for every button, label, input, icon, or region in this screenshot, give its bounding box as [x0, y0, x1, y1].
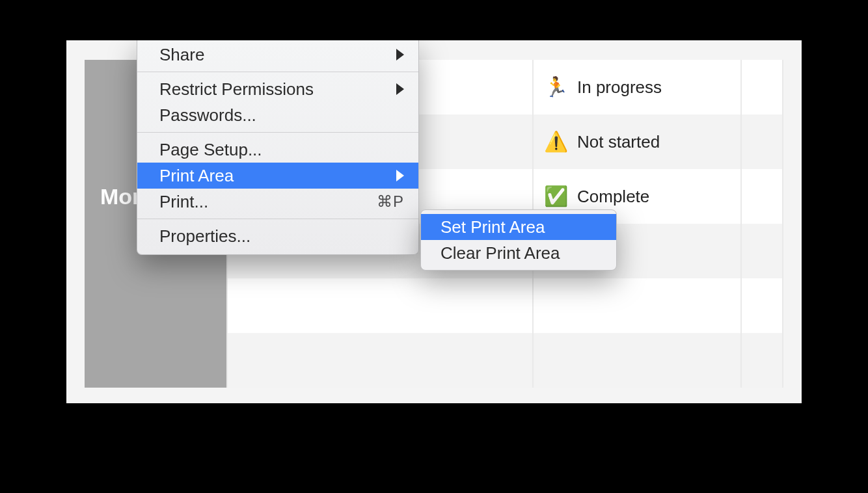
menu-label: Print Area [159, 166, 234, 186]
menu-separator [137, 219, 418, 219]
status-text: In progress [577, 77, 662, 98]
task-cell[interactable] [228, 333, 534, 388]
menu-label: Clear Print Area [441, 243, 560, 263]
table-row [85, 333, 783, 388]
status-cell[interactable] [534, 333, 742, 388]
menu-item-passwords[interactable]: Passwords... [137, 102, 418, 128]
menu-separator [137, 132, 418, 133]
task-cell[interactable] [228, 278, 534, 333]
check-icon: ✅ [544, 187, 568, 206]
status-cell[interactable] [534, 278, 742, 333]
keyboard-shortcut: ⌘P [377, 193, 404, 211]
print-area-submenu: Set Print Area Clear Print Area [420, 209, 617, 271]
submenu-arrow-icon [396, 170, 404, 181]
menu-label: Restrict Permissions [159, 79, 314, 100]
row-header [85, 333, 228, 388]
submenu-item-set-print-area[interactable]: Set Print Area [421, 214, 616, 240]
submenu-arrow-icon [396, 83, 404, 95]
menu-label: Passwords... [159, 105, 256, 126]
menu-label: Share [159, 45, 204, 65]
empty-cell[interactable] [742, 278, 783, 333]
empty-cell[interactable] [742, 224, 783, 278]
menu-separator [137, 72, 418, 72]
context-menu: Share Restrict Permissions Passwords... … [137, 40, 419, 255]
menu-item-share[interactable]: Share [137, 42, 418, 68]
runner-icon: 🏃 [544, 77, 568, 97]
menu-label: Properties... [159, 226, 251, 246]
screenshot-card: 🏃 In progress age ⚠️ Not started Mor ard [66, 40, 802, 403]
menu-item-print[interactable]: Print... ⌘P [137, 189, 418, 215]
empty-cell[interactable] [742, 169, 783, 224]
empty-cell[interactable] [742, 114, 783, 169]
menu-label: Set Print Area [441, 217, 545, 237]
menu-item-properties[interactable]: Properties... [137, 223, 418, 249]
empty-cell[interactable] [742, 60, 783, 114]
table-row [85, 278, 783, 333]
status-text: Complete [577, 187, 649, 207]
row-header [85, 278, 228, 333]
status-cell[interactable]: ⚠️ Not started [534, 114, 742, 169]
menu-item-restrict-permissions[interactable]: Restrict Permissions [137, 76, 418, 102]
menu-item-print-area[interactable]: Print Area [137, 163, 418, 189]
spreadsheet-area: 🏃 In progress age ⚠️ Not started Mor ard [66, 40, 802, 403]
status-text: Not started [577, 132, 660, 152]
status-cell[interactable]: 🏃 In progress [534, 60, 742, 114]
menu-label: Print... [159, 192, 208, 212]
menu-item-page-setup[interactable]: Page Setup... [137, 137, 418, 163]
submenu-arrow-icon [396, 49, 404, 60]
menu-label: Page Setup... [159, 140, 262, 160]
submenu-item-clear-print-area[interactable]: Clear Print Area [421, 240, 616, 266]
empty-cell[interactable] [742, 333, 783, 388]
warning-icon: ⚠️ [544, 132, 568, 152]
